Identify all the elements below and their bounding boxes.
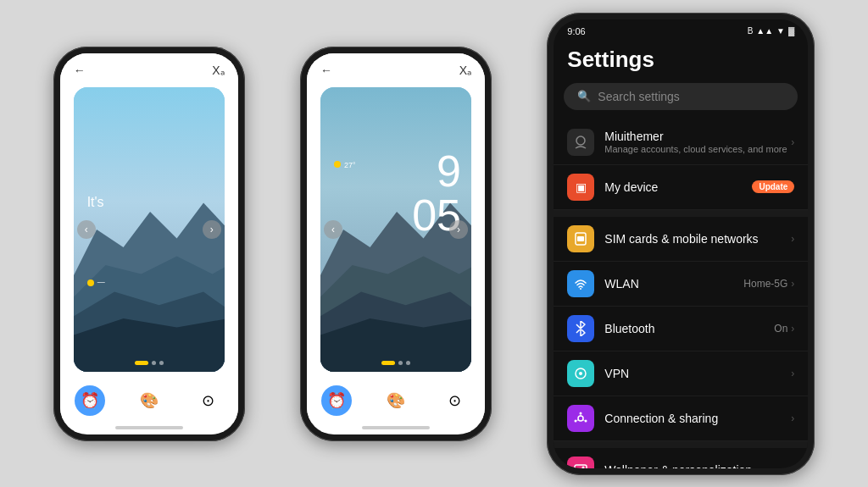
settings-item-wlan[interactable]: WLAN Home-5G › xyxy=(554,262,808,307)
back-icon[interactable]: ← xyxy=(74,64,86,77)
settings-list: Miuithemer Manage accounts, cloud servic… xyxy=(554,120,808,468)
middle-phone: ← Xₐ xyxy=(300,47,492,441)
settings-screen: 9:06 B ▲▲ ▼ ▓ Settings 🔍 Search settings xyxy=(554,19,808,468)
svg-point-17 xyxy=(580,412,582,414)
clock-icon-mid[interactable]: ⏰ xyxy=(321,385,352,416)
wallpaper-title: Wallpaper & personalization xyxy=(604,463,791,468)
wlan-icon xyxy=(567,270,594,297)
divider-2 xyxy=(554,441,808,448)
status-time: 9:06 xyxy=(567,26,585,36)
middle-phone-screen: ← Xₐ xyxy=(307,53,485,434)
settings-item-miuithemer[interactable]: Miuithemer Manage accounts, cloud servic… xyxy=(554,120,808,165)
signal-bars-icon: ▲▲ xyxy=(756,26,773,36)
main-container: ← Xₐ xyxy=(0,0,868,487)
bluetooth-content: Bluetooth xyxy=(604,322,774,335)
vpn-content: VPN xyxy=(604,367,791,380)
status-bar: 9:06 B ▲▲ ▼ ▓ xyxy=(554,19,808,40)
svg-point-15 xyxy=(579,372,582,375)
translate-icon-mid[interactable]: Xₐ xyxy=(459,64,471,77)
mydevice-title: My device xyxy=(604,180,752,194)
vpn-title: VPN xyxy=(604,367,791,380)
dot-indicator-mid xyxy=(381,361,410,365)
update-badge: Update xyxy=(752,180,794,193)
palette-icon-mid[interactable]: 🎨 xyxy=(381,385,411,416)
palette-icon-left[interactable]: 🎨 xyxy=(134,385,164,416)
translate-icon[interactable]: Xₐ xyxy=(212,64,224,77)
bluetooth-svg xyxy=(575,321,587,336)
mydevice-right: Update xyxy=(752,180,794,193)
dot-mid-1 xyxy=(381,361,395,365)
battery-icon: B xyxy=(748,26,754,36)
svg-point-13 xyxy=(580,288,581,290)
miuithemer-content: Miuithemer Manage accounts, cloud servic… xyxy=(604,130,791,154)
nav-arrow-right-mid[interactable]: › xyxy=(449,220,468,239)
bluetooth-title: Bluetooth xyxy=(604,322,774,335)
home-indicator-mid xyxy=(362,426,430,429)
settings-item-connection[interactable]: Connection & sharing › xyxy=(554,396,808,441)
nav-arrow-right[interactable]: › xyxy=(203,220,221,239)
scan-icon-left[interactable]: ⊙ xyxy=(193,385,224,416)
settings-item-sim[interactable]: SIM cards & mobile networks › xyxy=(554,217,808,262)
nav-arrow-left[interactable]: ‹ xyxy=(77,220,96,239)
battery-level-icon: ▓ xyxy=(788,26,794,36)
wifi-svg xyxy=(574,277,587,291)
connection-icon xyxy=(567,405,594,432)
miuithemer-svg xyxy=(573,135,588,150)
weather-dot-mid xyxy=(334,161,341,168)
settings-item-vpn[interactable]: VPN › xyxy=(554,351,808,396)
mydevice-content: My device xyxy=(604,180,752,194)
wlan-chevron: › xyxy=(791,278,794,290)
connection-content: Connection & sharing xyxy=(604,412,791,425)
weather-dot-left xyxy=(87,279,94,286)
wlan-value: Home-5G xyxy=(743,278,787,290)
wallpaper-svg xyxy=(574,463,587,468)
settings-item-bluetooth[interactable]: Bluetooth On › xyxy=(554,307,808,351)
svg-point-19 xyxy=(575,419,577,422)
connection-svg xyxy=(574,412,587,425)
connection-chevron: › xyxy=(791,412,794,424)
mydevice-icon-symbol: ▣ xyxy=(576,180,587,194)
dot-1 xyxy=(135,361,148,365)
middle-bottom-bar: ⏰ 🎨 ⊙ xyxy=(307,375,485,423)
home-indicator-left xyxy=(115,426,183,429)
sim-right: › xyxy=(791,233,794,245)
back-icon-mid[interactable]: ← xyxy=(320,64,332,77)
vpn-chevron: › xyxy=(791,368,794,379)
right-phone-screen: 9:06 B ▲▲ ▼ ▓ Settings 🔍 Search settings xyxy=(554,19,808,468)
settings-title: Settings xyxy=(554,40,808,83)
sim-chevron: › xyxy=(791,233,794,245)
wlan-content: WLAN xyxy=(604,277,743,291)
weather-temp-left: — xyxy=(97,278,105,286)
miuithemer-icon xyxy=(567,129,594,156)
clock-icon-left[interactable]: ⏰ xyxy=(75,385,105,416)
sim-icon xyxy=(567,225,594,252)
weather-temp-mid: 27° xyxy=(344,161,356,169)
search-icon: 🔍 xyxy=(577,90,591,102)
dot-mid-3 xyxy=(406,361,410,365)
wlan-right: Home-5G › xyxy=(743,278,794,290)
wallpaper-content: Wallpaper & personalization xyxy=(604,463,791,468)
dot-3 xyxy=(159,361,164,365)
status-icons: B ▲▲ ▼ ▓ xyxy=(748,26,795,36)
nav-arrow-left-mid[interactable]: ‹ xyxy=(324,220,342,239)
wallpaper-chevron: › xyxy=(791,464,794,468)
search-placeholder: Search settings xyxy=(598,90,680,103)
svg-point-24 xyxy=(582,466,585,468)
search-bar[interactable]: 🔍 Search settings xyxy=(564,83,798,110)
scan-icon-mid[interactable]: ⊙ xyxy=(440,385,470,416)
wallpaper-right: › xyxy=(791,464,794,468)
settings-item-mydevice[interactable]: ▣ My device Update xyxy=(554,165,808,210)
dot-2 xyxy=(152,361,156,365)
sim-title: SIM cards & mobile networks xyxy=(604,232,791,246)
right-phone: 9:06 B ▲▲ ▼ ▓ Settings 🔍 Search settings xyxy=(547,13,815,475)
divider-1 xyxy=(554,210,808,217)
svg-point-18 xyxy=(585,419,587,422)
left-bottom-bar: ⏰ 🎨 ⊙ xyxy=(60,375,238,423)
svg-point-16 xyxy=(578,416,583,421)
sim-svg xyxy=(574,232,587,246)
bluetooth-value: On xyxy=(774,323,787,335)
left-phone: ← Xₐ xyxy=(53,47,245,441)
settings-item-wallpaper[interactable]: Wallpaper & personalization › xyxy=(554,448,808,468)
left-phone-screen: ← Xₐ xyxy=(60,53,238,434)
bluetooth-right: On › xyxy=(774,323,794,335)
